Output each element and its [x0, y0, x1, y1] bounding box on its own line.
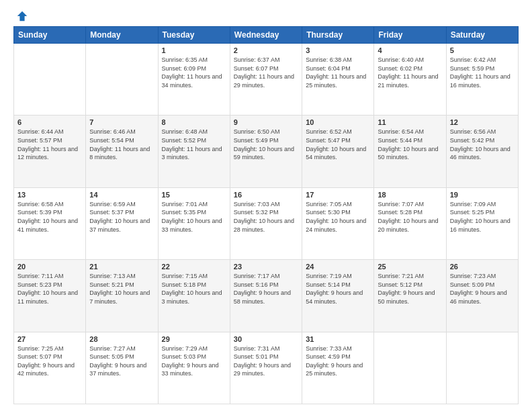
calendar-cell: 15Sunrise: 7:01 AM Sunset: 5:35 PM Dayli… — [158, 187, 230, 259]
day-number: 2 — [234, 46, 298, 54]
svg-marker-0 — [17, 11, 27, 21]
calendar-cell: 29Sunrise: 7:29 AM Sunset: 5:03 PM Dayli… — [158, 332, 230, 404]
calendar-cell: 23Sunrise: 7:17 AM Sunset: 5:16 PM Dayli… — [230, 260, 302, 332]
calendar-cell: 22Sunrise: 7:15 AM Sunset: 5:18 PM Dayli… — [158, 260, 230, 332]
day-number: 27 — [17, 335, 82, 343]
calendar: SundayMondayTuesdayWednesdayThursdayFrid… — [13, 26, 519, 404]
weekday-header: Friday — [374, 27, 446, 44]
calendar-cell: 11Sunrise: 6:54 AM Sunset: 5:44 PM Dayli… — [374, 116, 446, 187]
day-number: 5 — [450, 46, 515, 54]
day-info: Sunrise: 6:56 AM Sunset: 5:42 PM Dayligh… — [450, 128, 515, 161]
calendar-cell — [374, 332, 446, 404]
day-info: Sunrise: 6:58 AM Sunset: 5:39 PM Dayligh… — [17, 200, 82, 234]
day-number: 22 — [162, 263, 226, 271]
calendar-week-row: 1Sunrise: 6:35 AM Sunset: 6:09 PM Daylig… — [14, 44, 519, 116]
calendar-week-row: 20Sunrise: 7:11 AM Sunset: 5:23 PM Dayli… — [14, 260, 519, 332]
day-number: 13 — [17, 191, 82, 199]
day-number: 9 — [234, 118, 298, 126]
calendar-cell — [446, 332, 518, 404]
day-number: 16 — [234, 191, 298, 199]
day-number: 15 — [162, 191, 226, 199]
weekday-header: Monday — [86, 27, 158, 44]
logo-text — [13, 10, 28, 22]
day-number: 19 — [450, 191, 515, 199]
day-info: Sunrise: 6:50 AM Sunset: 5:49 PM Dayligh… — [234, 128, 298, 161]
day-info: Sunrise: 7:13 AM Sunset: 5:21 PM Dayligh… — [89, 272, 154, 306]
calendar-week-row: 6Sunrise: 6:44 AM Sunset: 5:57 PM Daylig… — [14, 116, 519, 187]
weekday-header: Thursday — [302, 27, 374, 44]
logo-icon — [16, 10, 28, 22]
day-info: Sunrise: 7:25 AM Sunset: 5:07 PM Dayligh… — [17, 345, 82, 378]
day-info: Sunrise: 6:38 AM Sunset: 6:04 PM Dayligh… — [306, 56, 370, 89]
day-number: 1 — [162, 46, 226, 54]
calendar-cell: 1Sunrise: 6:35 AM Sunset: 6:09 PM Daylig… — [158, 44, 230, 116]
day-number: 26 — [450, 263, 515, 271]
calendar-cell: 4Sunrise: 6:40 AM Sunset: 6:02 PM Daylig… — [374, 44, 446, 116]
weekday-header: Tuesday — [158, 27, 230, 44]
calendar-cell: 14Sunrise: 6:59 AM Sunset: 5:37 PM Dayli… — [86, 187, 158, 259]
calendar-cell: 25Sunrise: 7:21 AM Sunset: 5:12 PM Dayli… — [374, 260, 446, 332]
weekday-header: Wednesday — [230, 27, 302, 44]
day-info: Sunrise: 6:44 AM Sunset: 5:57 PM Dayligh… — [17, 128, 82, 161]
day-info: Sunrise: 7:27 AM Sunset: 5:05 PM Dayligh… — [89, 345, 154, 378]
calendar-week-row: 27Sunrise: 7:25 AM Sunset: 5:07 PM Dayli… — [14, 332, 519, 404]
day-info: Sunrise: 7:21 AM Sunset: 5:12 PM Dayligh… — [378, 272, 442, 306]
day-info: Sunrise: 7:03 AM Sunset: 5:32 PM Dayligh… — [234, 200, 298, 234]
calendar-cell — [86, 44, 158, 116]
calendar-cell: 26Sunrise: 7:23 AM Sunset: 5:09 PM Dayli… — [446, 260, 518, 332]
day-number: 24 — [306, 263, 370, 271]
day-info: Sunrise: 6:42 AM Sunset: 5:59 PM Dayligh… — [450, 56, 515, 89]
day-number: 3 — [306, 46, 370, 54]
day-info: Sunrise: 7:29 AM Sunset: 5:03 PM Dayligh… — [162, 345, 226, 378]
day-number: 25 — [378, 263, 442, 271]
day-number: 7 — [89, 118, 154, 126]
calendar-cell: 31Sunrise: 7:33 AM Sunset: 4:59 PM Dayli… — [302, 332, 374, 404]
day-number: 6 — [17, 118, 82, 126]
calendar-cell: 18Sunrise: 7:07 AM Sunset: 5:28 PM Dayli… — [374, 187, 446, 259]
calendar-cell: 3Sunrise: 6:38 AM Sunset: 6:04 PM Daylig… — [302, 44, 374, 116]
day-info: Sunrise: 7:01 AM Sunset: 5:35 PM Dayligh… — [162, 200, 226, 234]
day-info: Sunrise: 7:19 AM Sunset: 5:14 PM Dayligh… — [306, 272, 370, 306]
calendar-header-row: SundayMondayTuesdayWednesdayThursdayFrid… — [14, 27, 519, 44]
calendar-cell: 27Sunrise: 7:25 AM Sunset: 5:07 PM Dayli… — [14, 332, 86, 404]
day-number: 21 — [89, 263, 154, 271]
calendar-cell: 6Sunrise: 6:44 AM Sunset: 5:57 PM Daylig… — [14, 116, 86, 187]
calendar-cell: 16Sunrise: 7:03 AM Sunset: 5:32 PM Dayli… — [230, 187, 302, 259]
calendar-cell — [14, 44, 86, 116]
calendar-cell: 7Sunrise: 6:46 AM Sunset: 5:54 PM Daylig… — [86, 116, 158, 187]
day-info: Sunrise: 7:15 AM Sunset: 5:18 PM Dayligh… — [162, 272, 226, 306]
day-info: Sunrise: 7:07 AM Sunset: 5:28 PM Dayligh… — [378, 200, 442, 234]
calendar-cell: 20Sunrise: 7:11 AM Sunset: 5:23 PM Dayli… — [14, 260, 86, 332]
logo — [13, 10, 28, 21]
day-number: 18 — [378, 191, 442, 199]
page: SundayMondayTuesdayWednesdayThursdayFrid… — [0, 0, 532, 411]
weekday-header: Saturday — [446, 27, 518, 44]
day-info: Sunrise: 6:35 AM Sunset: 6:09 PM Dayligh… — [162, 56, 226, 89]
day-number: 28 — [89, 335, 154, 343]
day-info: Sunrise: 7:05 AM Sunset: 5:30 PM Dayligh… — [306, 200, 370, 234]
day-number: 10 — [306, 118, 370, 126]
calendar-cell: 13Sunrise: 6:58 AM Sunset: 5:39 PM Dayli… — [14, 187, 86, 259]
calendar-cell: 19Sunrise: 7:09 AM Sunset: 5:25 PM Dayli… — [446, 187, 518, 259]
weekday-header: Sunday — [14, 27, 86, 44]
day-number: 23 — [234, 263, 298, 271]
day-info: Sunrise: 7:33 AM Sunset: 4:59 PM Dayligh… — [306, 345, 370, 378]
calendar-cell: 5Sunrise: 6:42 AM Sunset: 5:59 PM Daylig… — [446, 44, 518, 116]
day-number: 31 — [306, 335, 370, 343]
day-info: Sunrise: 6:40 AM Sunset: 6:02 PM Dayligh… — [378, 56, 442, 89]
calendar-cell: 28Sunrise: 7:27 AM Sunset: 5:05 PM Dayli… — [86, 332, 158, 404]
calendar-cell: 8Sunrise: 6:48 AM Sunset: 5:52 PM Daylig… — [158, 116, 230, 187]
day-info: Sunrise: 6:59 AM Sunset: 5:37 PM Dayligh… — [89, 200, 154, 234]
day-number: 12 — [450, 118, 515, 126]
day-number: 14 — [89, 191, 154, 199]
calendar-week-row: 13Sunrise: 6:58 AM Sunset: 5:39 PM Dayli… — [14, 187, 519, 259]
header — [13, 10, 519, 21]
day-info: Sunrise: 6:48 AM Sunset: 5:52 PM Dayligh… — [162, 128, 226, 161]
day-info: Sunrise: 6:52 AM Sunset: 5:47 PM Dayligh… — [306, 128, 370, 161]
day-number: 8 — [162, 118, 226, 126]
calendar-cell: 10Sunrise: 6:52 AM Sunset: 5:47 PM Dayli… — [302, 116, 374, 187]
day-info: Sunrise: 6:46 AM Sunset: 5:54 PM Dayligh… — [89, 128, 154, 161]
day-info: Sunrise: 7:23 AM Sunset: 5:09 PM Dayligh… — [450, 272, 515, 306]
day-number: 29 — [162, 335, 226, 343]
calendar-cell: 12Sunrise: 6:56 AM Sunset: 5:42 PM Dayli… — [446, 116, 518, 187]
